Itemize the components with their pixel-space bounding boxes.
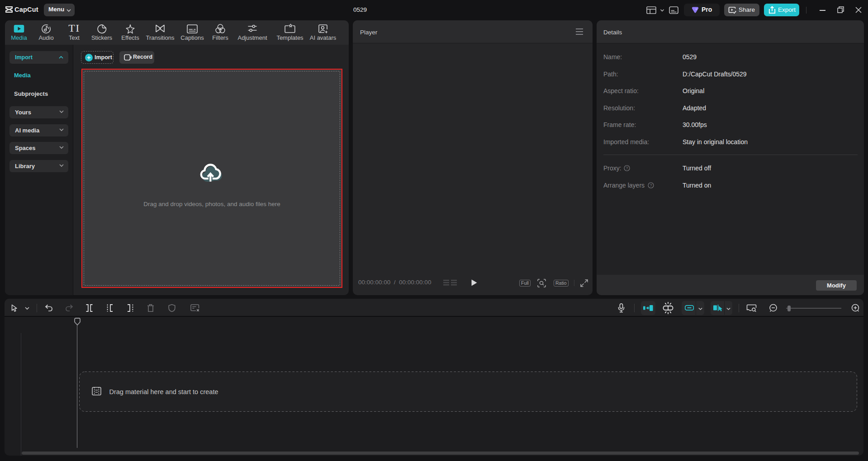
svg-text:?: ? xyxy=(650,183,652,188)
svg-text:?: ? xyxy=(626,166,628,170)
